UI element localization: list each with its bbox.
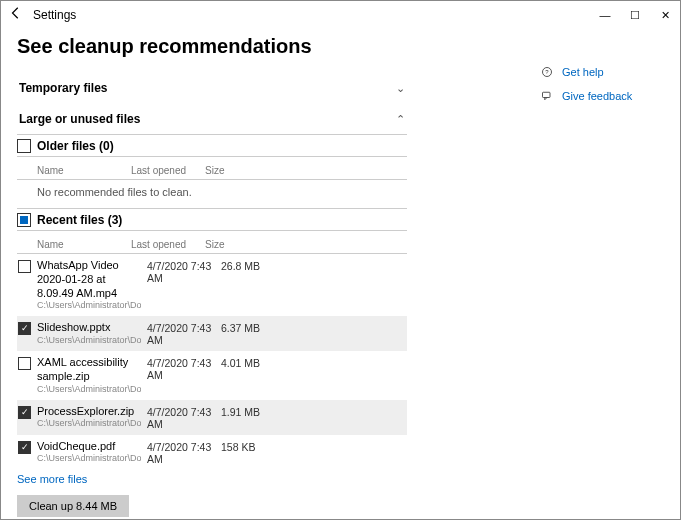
older-columns: Name Last opened Size xyxy=(17,163,407,180)
file-path: C:\Users\Administrator\Downloads xyxy=(37,454,141,464)
main-panel: See cleanup recommendations Temporary fi… xyxy=(17,35,407,520)
feedback-icon xyxy=(538,89,556,103)
older-master-checkbox[interactable] xyxy=(17,139,31,153)
chevron-down-icon: ⌄ xyxy=(396,82,405,95)
col-date: Last opened xyxy=(131,165,205,176)
close-button[interactable]: ✕ xyxy=(650,1,680,29)
file-checkbox[interactable]: ✓ xyxy=(18,441,31,454)
give-feedback-link[interactable]: Give feedback xyxy=(538,89,668,103)
section-large-unused-files[interactable]: Large or unused files ⌃ Older files (0) … xyxy=(17,103,407,520)
group-recent-files[interactable]: Recent files (3) xyxy=(17,208,407,231)
file-date: 4/7/2020 7:43 AM xyxy=(147,321,221,346)
recent-columns: Name Last opened Size xyxy=(17,237,407,254)
file-name: WhatsApp Video 2020-01-28 at 8.09.49 AM.… xyxy=(37,259,141,300)
file-row[interactable]: ✓VoidCheque.pdfC:\Users\Administrator\Do… xyxy=(17,435,407,470)
chevron-up-icon: ⌃ xyxy=(396,113,405,126)
col-size: Size xyxy=(205,239,245,250)
file-name: Slideshow.pptx xyxy=(37,321,141,335)
maximize-button[interactable]: ☐ xyxy=(620,1,650,29)
file-path: C:\Users\Administrator\Downloads xyxy=(37,419,141,429)
file-checkbox[interactable]: ✓ xyxy=(18,406,31,419)
file-date: 4/7/2020 7:43 AM xyxy=(147,405,221,430)
file-size: 4.01 MB xyxy=(221,356,271,369)
file-path: C:\Users\Administrator\Downloads xyxy=(37,301,141,311)
file-path: C:\Users\Administrator\Downloads xyxy=(37,336,141,346)
file-row[interactable]: ✓ProcessExplorer.zipC:\Users\Administrat… xyxy=(17,400,407,435)
section-temporary-files[interactable]: Temporary files ⌄ xyxy=(17,72,407,103)
get-help-link[interactable]: ? Get help xyxy=(538,65,668,79)
sidebar-right: ? Get help Give feedback xyxy=(538,35,668,520)
get-help-text: Get help xyxy=(562,66,604,78)
file-date: 4/7/2020 7:43 AM xyxy=(147,440,221,465)
section-label: Large or unused files xyxy=(19,112,140,126)
file-date: 4/7/2020 7:43 AM xyxy=(147,259,221,284)
older-empty-message: No recommended files to clean. xyxy=(17,180,407,204)
recent-title: Recent files (3) xyxy=(37,213,407,227)
svg-text:?: ? xyxy=(545,69,549,75)
titlebar: Settings — ☐ ✕ xyxy=(1,1,680,29)
file-size: 1.91 MB xyxy=(221,405,271,418)
older-title: Older files (0) xyxy=(37,139,407,153)
give-feedback-text: Give feedback xyxy=(562,90,632,102)
file-checkbox[interactable]: ✓ xyxy=(18,322,31,335)
recent-master-checkbox[interactable] xyxy=(17,213,31,227)
group-older-files[interactable]: Older files (0) xyxy=(17,134,407,157)
file-name: ProcessExplorer.zip xyxy=(37,405,141,419)
back-button[interactable] xyxy=(1,1,31,29)
see-more-link[interactable]: See more files xyxy=(17,470,407,491)
col-name: Name xyxy=(37,165,131,176)
file-path: C:\Users\Administrator\Downloads xyxy=(37,385,141,395)
minimize-button[interactable]: — xyxy=(590,1,620,29)
file-size: 158 KB xyxy=(221,440,271,453)
file-row[interactable]: WhatsApp Video 2020-01-28 at 8.09.49 AM.… xyxy=(17,254,407,316)
svg-rect-2 xyxy=(543,92,551,97)
col-date: Last opened xyxy=(131,239,205,250)
file-checkbox[interactable] xyxy=(18,357,31,370)
file-size: 6.37 MB xyxy=(221,321,271,334)
app-title: Settings xyxy=(31,8,590,22)
help-icon: ? xyxy=(538,65,556,79)
file-date: 4/7/2020 7:43 AM xyxy=(147,356,221,381)
section-label: Temporary files xyxy=(19,81,107,95)
cleanup-button[interactable]: Clean up 8.44 MB xyxy=(17,495,129,517)
file-size: 26.8 MB xyxy=(221,259,271,272)
recent-rows: WhatsApp Video 2020-01-28 at 8.09.49 AM.… xyxy=(17,254,407,470)
window-controls: — ☐ ✕ xyxy=(590,1,680,29)
col-name: Name xyxy=(37,239,131,250)
file-row[interactable]: ✓Slideshow.pptxC:\Users\Administrator\Do… xyxy=(17,316,407,351)
file-checkbox[interactable] xyxy=(18,260,31,273)
file-name: XAML accessibility sample.zip xyxy=(37,356,141,384)
col-size: Size xyxy=(205,165,245,176)
file-name: VoidCheque.pdf xyxy=(37,440,141,454)
page-title: See cleanup recommendations xyxy=(17,35,407,58)
file-row[interactable]: XAML accessibility sample.zipC:\Users\Ad… xyxy=(17,351,407,399)
arrow-left-icon xyxy=(9,6,23,20)
